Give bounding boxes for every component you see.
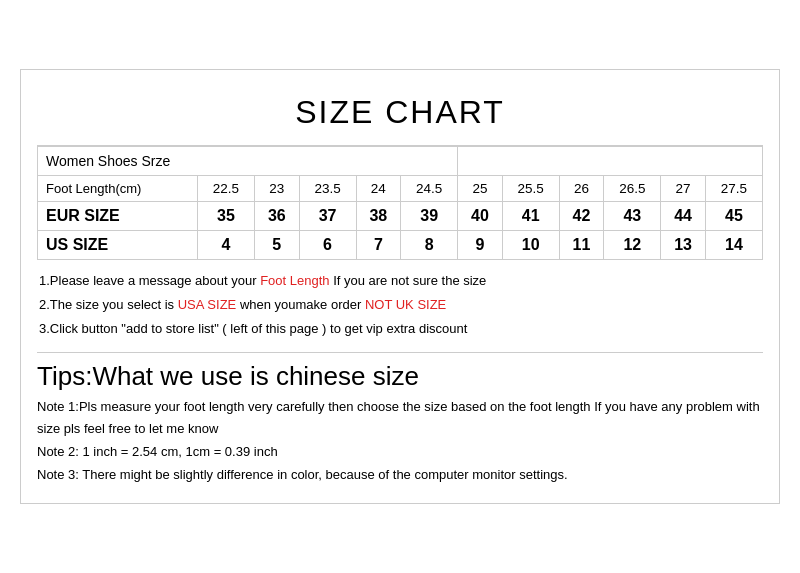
- us-6: 6: [299, 230, 356, 259]
- eur-45: 45: [705, 201, 762, 230]
- eur-40: 40: [458, 201, 503, 230]
- tips-title: Tips:What we use is chinese size: [37, 352, 763, 392]
- us-5: 5: [254, 230, 299, 259]
- size-26: 26: [559, 175, 604, 201]
- eur-38: 38: [356, 201, 401, 230]
- eur-43: 43: [604, 201, 661, 230]
- us-7: 7: [356, 230, 401, 259]
- table-row-eur: EUR SIZE 35 36 37 38 39 40 41 42 43 44 4…: [38, 201, 763, 230]
- us-8: 8: [401, 230, 458, 259]
- us-9: 9: [458, 230, 503, 259]
- tip-notes: Note 1:Pls measure your foot length very…: [37, 396, 763, 486]
- us-label: US SIZE: [38, 230, 198, 259]
- size-22-5: 22.5: [198, 175, 255, 201]
- size-24-5: 24.5: [401, 175, 458, 201]
- size-23-5: 23.5: [299, 175, 356, 201]
- foot-length-label: Foot Length(cm): [38, 175, 198, 201]
- table-row-foot-length: Foot Length(cm) 22.5 23 23.5 24 24.5 25 …: [38, 175, 763, 201]
- eur-label: EUR SIZE: [38, 201, 198, 230]
- eur-36: 36: [254, 201, 299, 230]
- page-title: SIZE CHART: [37, 80, 763, 146]
- us-10: 10: [502, 230, 559, 259]
- eur-37: 37: [299, 201, 356, 230]
- note-line-3: 3.Click button "add to store list" ( lef…: [39, 318, 761, 340]
- table-row-us: US SIZE 4 5 6 7 8 9 10 11 12 13 14: [38, 230, 763, 259]
- size-23: 23: [254, 175, 299, 201]
- tip-note3: Note 3: There might be slightly differen…: [37, 464, 763, 486]
- note1-highlight: Foot Length: [260, 273, 329, 288]
- us-11: 11: [559, 230, 604, 259]
- tip-note1: Note 1:Pls measure your foot length very…: [37, 396, 763, 440]
- us-13: 13: [661, 230, 706, 259]
- note2-middle: when youmake order: [236, 297, 365, 312]
- note2-highlight1: USA SIZE: [178, 297, 237, 312]
- note2-highlight2: NOT UK SIZE: [365, 297, 446, 312]
- section-label: Women Shoes Srze: [38, 146, 458, 175]
- us-12: 12: [604, 230, 661, 259]
- size-25-5: 25.5: [502, 175, 559, 201]
- tip-note2: Note 2: 1 inch = 2.54 cm, 1cm = 0.39 inc…: [37, 441, 763, 463]
- us-14: 14: [705, 230, 762, 259]
- eur-35: 35: [198, 201, 255, 230]
- eur-44: 44: [661, 201, 706, 230]
- us-4: 4: [198, 230, 255, 259]
- eur-39: 39: [401, 201, 458, 230]
- size-27: 27: [661, 175, 706, 201]
- note2-before: 2.The size you select is: [39, 297, 178, 312]
- table-section-header: Women Shoes Srze: [38, 146, 763, 175]
- note-line-1: 1.Please leave a message about your Foot…: [39, 270, 761, 292]
- note1-after: If you are not sure the size: [330, 273, 487, 288]
- eur-41: 41: [502, 201, 559, 230]
- size-26-5: 26.5: [604, 175, 661, 201]
- size-chart-container: SIZE CHART Women Shoes Srze Foot Length(…: [20, 69, 780, 505]
- eur-42: 42: [559, 201, 604, 230]
- size-24: 24: [356, 175, 401, 201]
- size-chart-table: Women Shoes Srze Foot Length(cm) 22.5 23…: [37, 146, 763, 260]
- note1-before: 1.Please leave a message about your: [39, 273, 260, 288]
- size-27-5: 27.5: [705, 175, 762, 201]
- note-line-2: 2.The size you select is USA SIZE when y…: [39, 294, 761, 316]
- section-empty: [458, 146, 763, 175]
- notes-section: 1.Please leave a message about your Foot…: [37, 260, 763, 346]
- size-25: 25: [458, 175, 503, 201]
